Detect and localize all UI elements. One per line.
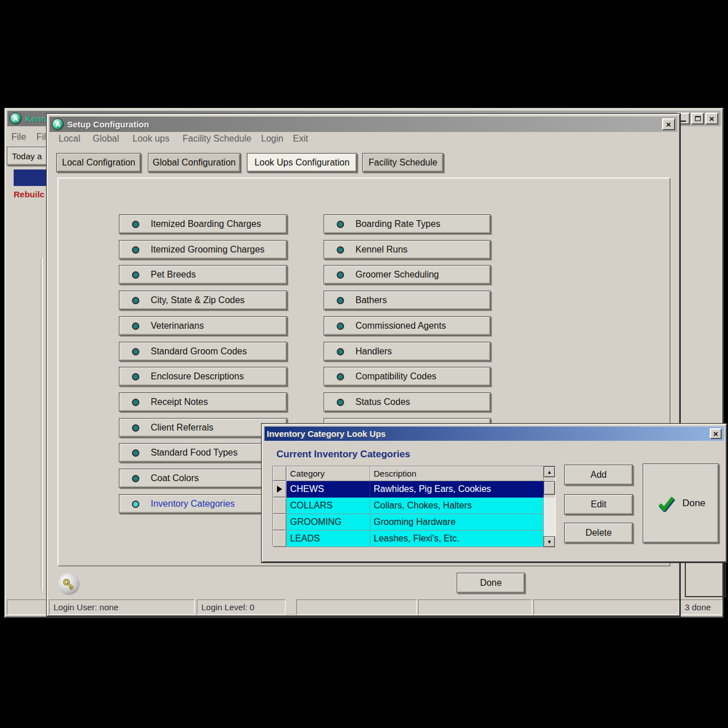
column-header-label: Category <box>290 469 325 478</box>
radio-dot-icon <box>337 348 344 355</box>
menu-look-ups[interactable]: Look ups <box>133 134 169 144</box>
radio-dot-icon <box>132 271 139 279</box>
lookup-label: Standard Groom Codes <box>151 346 247 357</box>
column-header-description[interactable]: Description <box>370 466 544 481</box>
lookup-receipt-notes[interactable]: Receipt Notes <box>119 392 287 412</box>
lookup-label: Itemized Grooming Charges <box>151 245 264 255</box>
delete-button[interactable]: Delete <box>564 523 633 543</box>
lookup-groomer-scheduling[interactable]: Groomer Scheduling <box>324 265 491 284</box>
lookup-itemized-grooming-charges[interactable]: Itemized Grooming Charges <box>119 240 287 259</box>
app-logo-icon: A <box>52 118 64 130</box>
radio-dot-icon <box>337 297 344 304</box>
add-button[interactable]: Add <box>564 465 633 485</box>
radio-dot-icon <box>337 246 344 254</box>
tab-global-configuration[interactable]: Global Configuration <box>148 153 241 172</box>
lookup-compatibility-codes[interactable]: Compatibility Codes <box>324 367 491 386</box>
tab-look-ups-configuration[interactable]: Look Ups Configuration <box>247 153 357 172</box>
close-button[interactable]: × <box>705 113 718 125</box>
lookup-label: Inventory Categories <box>151 499 235 509</box>
table-row[interactable]: LEADS Leashes, Flexi's, Etc. ▼ <box>273 531 555 547</box>
lookup-boarding-rate-types[interactable]: Boarding Rate Types <box>324 214 491 234</box>
lookup-bathers[interactable]: Bathers <box>324 291 491 310</box>
scrollbar-track[interactable] <box>544 531 555 536</box>
setup-done-label: Done <box>480 578 502 588</box>
dialog-done-button[interactable]: Done <box>643 464 719 543</box>
lookup-handlers[interactable]: Handlers <box>324 342 491 361</box>
menu-global[interactable]: Global <box>93 134 119 144</box>
menu-local[interactable]: Local <box>59 134 80 144</box>
lookup-veterinarians[interactable]: Veterinarians <box>119 316 287 336</box>
scrollbar-track[interactable] <box>544 514 555 531</box>
lookup-pet-breeds[interactable]: Pet Breeds <box>119 265 287 284</box>
cell-description[interactable]: Rawhides, Pig Ears, Cookies <box>370 481 544 498</box>
today-button[interactable]: Today a <box>7 147 52 166</box>
scrollbar-up-button[interactable]: ▲ <box>544 466 555 477</box>
cell-description[interactable]: Leashes, Flexi's, Etc. <box>370 531 544 547</box>
tab-local-configuration[interactable]: Local Configration <box>56 153 141 172</box>
row-selector-cell[interactable] <box>273 481 287 498</box>
radio-dot-icon <box>337 322 344 330</box>
lookup-kennel-runs[interactable]: Kennel Runs <box>324 240 491 259</box>
tab-label: Global Configuration <box>153 158 236 168</box>
lookup-label: Client Referrals <box>151 423 213 433</box>
scrollbar-thumb[interactable] <box>544 481 555 495</box>
login-key-button[interactable] <box>58 573 80 595</box>
scrollbar-down-button[interactable]: ▼ <box>544 536 555 547</box>
lookup-label: Handlers <box>355 346 392 357</box>
tab-label: Local Configration <box>62 158 135 168</box>
lookup-label: City, State & Zip Codes <box>151 295 245 305</box>
scrollbar-track[interactable] <box>544 498 555 514</box>
row-selector-cell[interactable] <box>273 514 287 531</box>
inventory-category-dialog: Inventory Category Look Ups × Current In… <box>262 424 727 562</box>
radio-dot-icon <box>132 348 139 355</box>
cell-category[interactable]: COLLARS <box>287 498 370 514</box>
lookup-itemized-boarding-charges[interactable]: Itemized Boarding Charges <box>119 214 287 234</box>
setup-title-bar: A Setup Configuration × <box>49 117 677 132</box>
cell-category[interactable]: GROOMING <box>287 514 370 531</box>
menu-login[interactable]: Login <box>261 134 283 144</box>
tab-label: Facility Schedule <box>369 158 437 168</box>
minimize-icon <box>681 121 686 122</box>
radio-dot-icon <box>132 221 139 228</box>
close-icon: × <box>713 429 718 438</box>
tab-label: Look Ups Configuration <box>254 158 349 168</box>
table-row[interactable]: GROOMING Grooming Hardware <box>273 514 555 531</box>
setup-close-button[interactable]: × <box>662 118 675 130</box>
tab-facility-schedule[interactable]: Facility Schedule <box>362 153 444 172</box>
menu-exit[interactable]: Exit <box>293 134 308 144</box>
setup-done-button[interactable]: Done <box>457 573 525 593</box>
cell-description[interactable]: Collars, Chokes, Halters <box>370 498 544 514</box>
dialog-close-button[interactable]: × <box>710 428 722 439</box>
table-row[interactable]: CHEWS Rawhides, Pig Ears, Cookies <box>273 481 555 498</box>
lookup-label: Veterinarians <box>151 321 204 331</box>
menu-facility-schedule[interactable]: Facility Schedule <box>183 134 251 144</box>
cell-category[interactable]: CHEWS <box>287 481 370 498</box>
cell-category[interactable]: LEADS <box>287 531 370 547</box>
lookup-commissioned-agents[interactable]: Commissioned Agents <box>324 316 491 336</box>
dialog-title-bar: Inventory Category Look Ups × <box>264 427 724 441</box>
lookup-standard-groom-codes[interactable]: Standard Groom Codes <box>119 342 287 361</box>
radio-dot-icon <box>337 399 344 406</box>
lookup-label: Coat Colors <box>151 473 198 483</box>
close-icon: × <box>666 120 671 129</box>
maximize-icon <box>695 116 701 121</box>
table-row[interactable]: COLLARS Collars, Chokes, Halters <box>273 498 555 514</box>
lookup-label: Kennel Runs <box>355 245 408 255</box>
lookup-status-codes[interactable]: Status Codes <box>324 392 491 412</box>
cell-description[interactable]: Grooming Hardware <box>370 514 544 531</box>
lookup-city-state-zip-codes[interactable]: City, State & Zip Codes <box>119 291 287 310</box>
dialog-done-label: Done <box>682 498 706 509</box>
maximize-button[interactable] <box>691 113 704 125</box>
kennel-menu-file[interactable]: File <box>11 132 26 142</box>
lookup-enclosure-descriptions[interactable]: Enclosure Descriptions <box>119 367 287 386</box>
column-header-category[interactable]: Category <box>287 466 370 481</box>
edit-button[interactable]: Edit <box>564 494 633 515</box>
setup-window-title: Setup Configuration <box>67 119 149 129</box>
today-button-label: Today a <box>12 151 42 161</box>
radio-dot-icon <box>337 221 344 228</box>
status-login-user-text: Login User: none <box>53 602 118 612</box>
lookup-label: Groomer Scheduling <box>355 270 439 280</box>
row-selector-cell[interactable] <box>273 531 287 547</box>
header-selector-cell <box>273 466 287 481</box>
row-selector-cell[interactable] <box>273 498 287 514</box>
